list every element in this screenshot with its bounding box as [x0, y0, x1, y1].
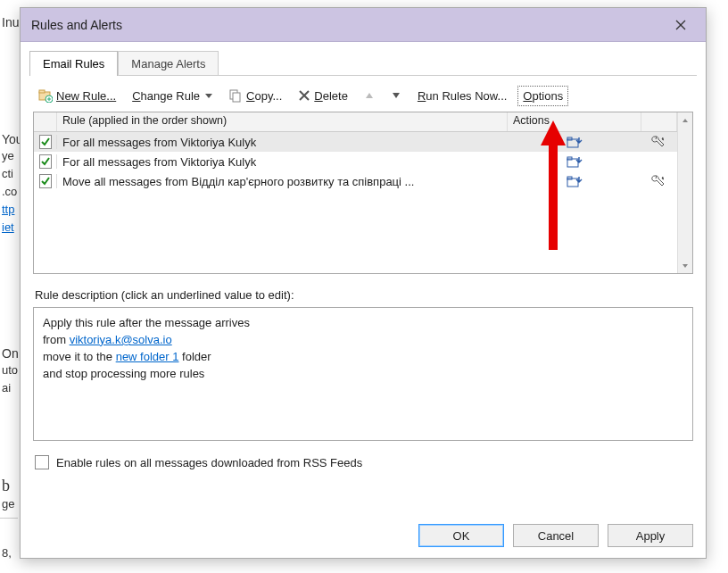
- close-icon: [675, 20, 686, 30]
- rss-checkbox-row[interactable]: Enable rules on all messages downloaded …: [35, 455, 691, 469]
- rule-name: For all messages from Viktoriya Kulyk: [57, 136, 508, 149]
- svg-rect-1: [39, 90, 45, 93]
- scroll-down-icon[interactable]: [678, 258, 692, 273]
- wrench-icon: [651, 174, 667, 188]
- rules-rows: For all messages from Viktoriya KulykFor…: [34, 132, 677, 273]
- bg-text: ye: [2, 147, 14, 166]
- bg-text: ge: [2, 495, 14, 514]
- new-rule-button[interactable]: New Rule...: [35, 87, 120, 104]
- toolbar: New Rule... Change Rule Copy... Delete R…: [33, 83, 693, 112]
- desc-line4: and stop processing more rules: [43, 366, 683, 383]
- delete-button[interactable]: Delete: [294, 87, 352, 104]
- rule-action-icon: [508, 135, 641, 149]
- desc-from-link[interactable]: viktoriya.k@solva.io: [70, 333, 172, 346]
- bg-text: Inu: [2, 12, 19, 32]
- wrench-icon: [651, 135, 667, 149]
- triangle-down-icon: [392, 92, 401, 99]
- bg-text: cti: [2, 165, 13, 184]
- rule-action-icon: [508, 174, 641, 188]
- tab-strip: Email Rules Manage Alerts: [21, 42, 706, 76]
- move-to-folder-icon: [567, 174, 583, 188]
- rule-row[interactable]: For all messages from Viktoriya Kulyk: [34, 152, 677, 171]
- dialog-title: Rules and Alerts: [31, 18, 663, 32]
- col-rule[interactable]: Rule (applied in the order shown): [57, 112, 508, 131]
- rules-list: Rule (applied in the order shown) Action…: [33, 112, 693, 274]
- bg-text: .co: [2, 183, 17, 202]
- titlebar: Rules and Alerts: [21, 8, 706, 42]
- delete-icon: [298, 89, 310, 102]
- svg-marker-13: [682, 119, 688, 122]
- bg-text: ai: [2, 379, 11, 398]
- rule-checkbox[interactable]: [34, 154, 57, 169]
- description-box: Apply this rule after the message arrive…: [33, 307, 693, 441]
- rules-header: Rule (applied in the order shown) Action…: [34, 112, 677, 132]
- col-checkbox[interactable]: [34, 112, 57, 131]
- col-actions[interactable]: Actions: [508, 112, 641, 131]
- copy-icon: [228, 88, 243, 103]
- apply-button[interactable]: Apply: [608, 524, 693, 547]
- change-rule-button[interactable]: Change Rule: [128, 87, 216, 104]
- move-up-button[interactable]: [360, 90, 378, 101]
- svg-rect-4: [233, 93, 240, 102]
- move-to-folder-icon: [567, 154, 583, 169]
- rule-tool-icon: [641, 174, 677, 188]
- description-label: Rule description (click an underlined va…: [35, 288, 691, 302]
- move-to-folder-icon: [567, 135, 583, 149]
- move-down-button[interactable]: [387, 90, 405, 101]
- ok-button[interactable]: OK: [418, 524, 504, 547]
- triangle-up-icon: [365, 92, 374, 99]
- svg-marker-6: [393, 93, 400, 98]
- new-rule-label: New Rule...: [56, 89, 116, 103]
- tab-email-rules[interactable]: Email Rules: [29, 51, 118, 76]
- cancel-button[interactable]: Cancel: [513, 524, 599, 547]
- options-button[interactable]: Options: [519, 87, 567, 104]
- rss-checkbox[interactable]: [35, 455, 49, 469]
- rule-row[interactable]: Move all messages from Відділ кар'єрного…: [34, 171, 677, 191]
- desc-line2: from viktoriya.k@solva.io: [43, 332, 683, 349]
- close-button[interactable]: [663, 12, 699, 38]
- run-rules-now-button[interactable]: Run Rules Now...: [414, 87, 510, 104]
- col-extra[interactable]: [641, 112, 677, 131]
- rule-checkbox[interactable]: [34, 174, 57, 188]
- dialog-footer: OK Cancel Apply: [21, 515, 706, 558]
- tab-manage-alerts[interactable]: Manage Alerts: [118, 51, 219, 76]
- copy-button[interactable]: Copy...: [225, 87, 285, 104]
- bg-text: ttp: [2, 201, 14, 220]
- rule-action-icon: [508, 154, 641, 169]
- svg-marker-14: [682, 264, 688, 268]
- scroll-up-icon[interactable]: [678, 112, 692, 128]
- svg-marker-5: [366, 93, 373, 98]
- desc-folder-link[interactable]: new folder 1: [116, 350, 179, 363]
- bg-text: iet: [2, 219, 14, 237]
- rss-checkbox-label: Enable rules on all messages downloaded …: [56, 456, 362, 469]
- new-rule-icon: [38, 88, 53, 103]
- scrollbar[interactable]: [677, 112, 692, 273]
- rule-name: Move all messages from Відділ кар'єрного…: [57, 175, 508, 188]
- rules-and-alerts-dialog: Rules and Alerts Email Rules Manage Aler…: [20, 7, 707, 559]
- bg-text: uto: [2, 361, 18, 380]
- rule-tool-icon: [641, 135, 677, 149]
- rule-name: For all messages from Viktoriya Kulyk: [57, 155, 508, 169]
- rule-row[interactable]: For all messages from Viktoriya Kulyk: [34, 132, 677, 152]
- tab-body: New Rule... Change Rule Copy... Delete R…: [29, 75, 697, 514]
- desc-line1: Apply this rule after the message arrive…: [43, 315, 683, 332]
- rule-checkbox[interactable]: [34, 135, 57, 149]
- desc-line3: move it to the new folder 1 folder: [43, 349, 683, 366]
- bg-text: 8,: [2, 544, 12, 563]
